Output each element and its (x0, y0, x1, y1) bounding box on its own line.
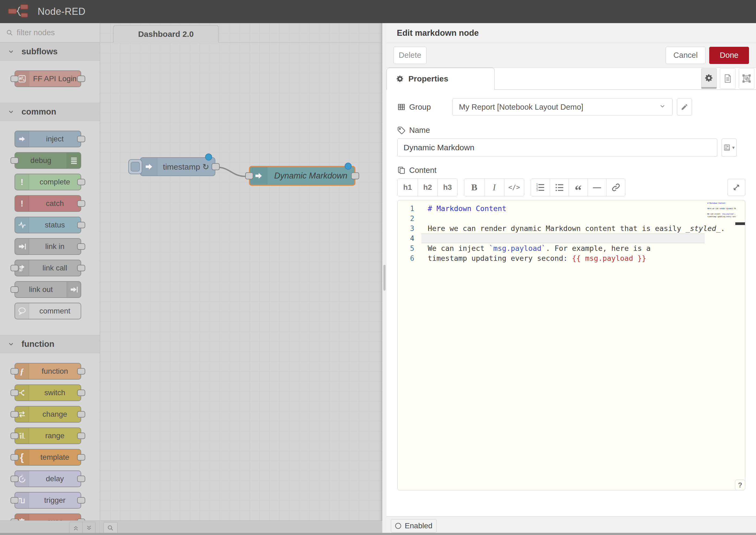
code-line: 6 timestamp updating every second: {{ ms… (398, 253, 745, 263)
heading3-button[interactable]: h3 (437, 179, 457, 196)
description-icon-button[interactable] (720, 68, 736, 89)
tab-properties[interactable]: Properties (387, 68, 495, 90)
palette-category-function[interactable]: function (0, 335, 100, 353)
expand-editor-button[interactable] (727, 179, 745, 196)
changed-indicator-dot (345, 163, 352, 170)
edit-group-button[interactable] (677, 99, 692, 116)
tray-resize-divider[interactable] (382, 23, 387, 535)
editor-minimap[interactable]: # Markdown Content Here we can render dy… (707, 202, 736, 221)
palette-node-ff-api-login[interactable]: FF API Login (14, 70, 81, 87)
heading2-button[interactable]: h2 (417, 179, 437, 196)
delete-button[interactable]: Delete (394, 47, 426, 64)
unordered-list-button[interactable] (550, 179, 569, 196)
collapse-all-button[interactable] (70, 522, 82, 534)
node-enabled-toggle[interactable]: Enabled (391, 519, 436, 533)
palette-node-comment[interactable]: comment (14, 303, 81, 320)
output-port (77, 411, 85, 417)
input-port (11, 368, 18, 375)
palette-node-link-in[interactable]: link in (14, 238, 81, 255)
palette-node-switch[interactable]: switch (14, 384, 81, 401)
tray-title: Edit markdown node (387, 23, 756, 43)
palette-filter[interactable] (0, 23, 100, 42)
inject-arrow-icon (15, 131, 29, 147)
palette-node-range[interactable]: range (14, 428, 81, 444)
output-port[interactable] (351, 172, 359, 179)
document-icon (723, 74, 732, 83)
name-input[interactable] (397, 138, 717, 157)
palette-node-complete[interactable]: ! complete (14, 174, 81, 190)
gear-icon (396, 75, 404, 83)
node-red-logo-icon (8, 4, 33, 19)
palette-node-function[interactable]: ƒ function (14, 363, 81, 380)
link-chain-icon (611, 183, 621, 192)
code-line: 3 Here we can render dynamic Markdown co… (398, 223, 745, 233)
scroll-indicator[interactable] (735, 222, 745, 225)
output-port (77, 454, 85, 461)
input-port[interactable] (245, 172, 253, 179)
edit-node-tray: Edit markdown node Delete Cancel Done Pr… (387, 23, 756, 535)
link-button[interactable] (606, 179, 625, 196)
chevron-down-icon (8, 341, 14, 348)
palette-node-catch[interactable]: ! catch (14, 195, 81, 212)
cancel-button[interactable]: Cancel (666, 47, 706, 64)
expand-all-button[interactable] (82, 522, 95, 534)
bold-button[interactable]: B (464, 179, 484, 196)
flow-node-dynamic-markdown[interactable]: Dynamic Markdown (249, 166, 355, 186)
code-line: 5 We can inject `msg.payload`. For examp… (398, 243, 745, 253)
properties-icon-button[interactable] (701, 68, 717, 89)
output-port (77, 265, 85, 271)
chevron-down-icon (8, 48, 14, 55)
markdown-code-editor[interactable]: 1 # Markdown Content 2 3 Here we can ren… (397, 200, 745, 491)
palette-category-subflows[interactable]: subflows (0, 42, 100, 61)
palette-node-link-out[interactable]: link out (14, 281, 81, 298)
tab-dashboard-2[interactable]: Dashboard 2.0 (113, 25, 219, 42)
output-port (77, 136, 85, 142)
typed-input-button[interactable]: ▾ (722, 138, 737, 157)
blockquote-button[interactable]: “ (569, 179, 587, 196)
group-field-label: Group (397, 103, 452, 112)
palette-node-trigger[interactable]: trigger (14, 492, 81, 509)
code-line: 1 # Markdown Content (398, 204, 745, 213)
done-button[interactable]: Done (709, 47, 749, 64)
palette-node-debug[interactable]: debug (14, 152, 81, 169)
code-button[interactable]: </> (504, 179, 524, 196)
heading1-button[interactable]: h1 (398, 179, 417, 196)
tray-toolbar: Delete Cancel Done (387, 43, 756, 68)
drag-handle[interactable] (383, 265, 385, 291)
palette-node-inject[interactable]: inject (14, 131, 81, 147)
appearance-icon (742, 74, 751, 83)
group-select[interactable]: My Report [Notebook Layout Demo] (452, 99, 673, 116)
table-grid-icon (397, 103, 406, 111)
input-port (11, 433, 18, 439)
output-port (77, 368, 85, 375)
appearance-icon-button[interactable] (739, 68, 754, 89)
palette-filter-input[interactable] (17, 28, 92, 37)
workspace-tabbar: Dashboard 2.0 (100, 23, 382, 42)
editor-help-button[interactable]: ? (735, 480, 745, 491)
wire (100, 23, 382, 535)
name-field-label: Name (397, 126, 430, 135)
ordered-list-button[interactable]: 123 (531, 179, 550, 196)
palette-node-change[interactable]: change (14, 406, 81, 423)
palette-node-delay[interactable]: delay (14, 470, 81, 487)
debug-lines-icon (67, 153, 81, 168)
palette-node-template[interactable]: { template (14, 449, 81, 465)
input-port (11, 390, 18, 396)
horizontal-rule-button[interactable]: — (587, 179, 606, 196)
caret-down-icon: ▾ (732, 145, 735, 151)
code-lines: 1 # Markdown Content 2 3 Here we can ren… (398, 200, 745, 263)
palette-node-status[interactable]: status (14, 217, 81, 233)
book-icon (723, 144, 731, 151)
svg-text:3: 3 (536, 189, 538, 192)
node-label: Dynamic Markdown (267, 167, 354, 185)
palette-category-common[interactable]: common (0, 103, 100, 121)
flow-node-timestamp[interactable]: timestamp ↻ (140, 157, 215, 176)
canvas-search-button[interactable] (103, 522, 118, 534)
inject-trigger-button[interactable] (128, 159, 142, 174)
svg-text:2: 2 (536, 186, 538, 189)
output-port[interactable] (211, 163, 220, 170)
italic-button[interactable]: I (484, 179, 504, 196)
palette-node-link-call[interactable]: link call (14, 260, 81, 276)
app-title: Node-RED (38, 6, 86, 17)
flow-canvas[interactable]: Dashboard 2.0 timestamp ↻ Dynamic Markdo… (100, 23, 382, 535)
